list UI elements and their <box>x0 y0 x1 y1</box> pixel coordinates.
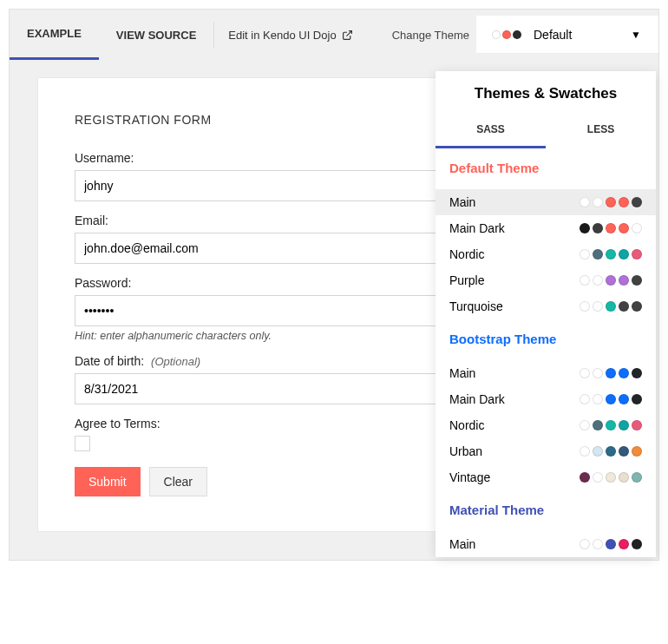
swatch-dot <box>619 394 629 404</box>
theme-row[interactable]: Urban <box>436 438 656 464</box>
theme-row-label: Main Dark <box>449 221 505 235</box>
theme-row-swatches <box>580 539 642 549</box>
swatch-dot <box>606 420 616 430</box>
theme-dropdown-label: Default <box>534 28 631 42</box>
swatch-dot <box>580 223 590 233</box>
swatch-dot <box>580 368 590 378</box>
swatch-dot <box>593 223 603 233</box>
swatch-dot <box>606 472 616 483</box>
swatch-dot <box>632 223 642 233</box>
theme-row-swatches <box>580 394 642 404</box>
popup-tab-less[interactable]: LESS <box>546 113 656 148</box>
theme-row-label: Nordic <box>449 418 484 432</box>
tab-view-source[interactable]: VIEW SOURCE <box>99 10 213 60</box>
theme-row-label: Main <box>449 537 475 551</box>
chevron-down-icon: ▼ <box>631 29 641 41</box>
swatch-dot <box>632 368 642 378</box>
swatch-dot <box>619 446 629 457</box>
theme-row[interactable]: Turquoise <box>436 293 656 319</box>
theme-row[interactable]: Nordic <box>436 412 656 438</box>
theme-row-swatches <box>580 446 642 457</box>
tab-example[interactable]: EXAMPLE <box>10 10 99 60</box>
popup-tab-sass[interactable]: SASS <box>436 113 546 148</box>
swatch-dot <box>580 197 590 207</box>
theme-group-title: Material Theme <box>449 503 642 517</box>
theme-row-swatches <box>580 472 642 483</box>
swatch-dot <box>606 301 616 312</box>
swatch-dot <box>619 368 629 378</box>
theme-row-swatches <box>580 197 642 207</box>
swatch-dot <box>619 472 629 483</box>
theme-dropdown-swatches <box>492 30 521 39</box>
theme-row-swatches <box>580 249 642 260</box>
theme-row[interactable]: Main Dark <box>436 386 656 412</box>
swatch-dot <box>593 249 603 260</box>
theme-row-swatches <box>580 301 642 312</box>
swatch-dot <box>593 446 603 457</box>
swatch-dot <box>619 249 629 260</box>
agree-checkbox[interactable] <box>75 436 90 451</box>
popup-scroll[interactable]: Default ThemeMainMain DarkNordicPurpleTu… <box>436 148 656 557</box>
theme-row-swatches <box>580 420 642 430</box>
swatch-dot <box>593 420 603 430</box>
swatch-dot <box>606 197 616 207</box>
swatch-dot <box>593 275 603 286</box>
clear-button[interactable]: Clear <box>149 467 207 496</box>
swatch-dot <box>580 472 590 483</box>
swatch-dot <box>593 301 603 312</box>
swatch-dot <box>606 539 616 549</box>
theme-group-title: Default Theme <box>449 161 642 175</box>
theme-row[interactable]: Main <box>436 531 656 557</box>
swatch-dot <box>580 394 590 404</box>
swatch-dot <box>580 539 590 549</box>
swatch-dot <box>632 249 642 260</box>
swatch-dot <box>632 301 642 312</box>
theme-row[interactable]: Main Dark <box>436 215 656 241</box>
popup-title: Themes & Swatches <box>436 71 656 113</box>
swatch-dot <box>632 539 642 549</box>
swatch-dot <box>606 275 616 286</box>
swatch-dot <box>619 539 629 549</box>
theme-row[interactable]: Purple <box>436 267 656 293</box>
theme-group-title: Bootstrap Theme <box>449 332 642 346</box>
theme-row-swatches <box>580 223 642 233</box>
swatch-dot <box>606 249 616 260</box>
theme-row[interactable]: Nordic <box>436 241 656 267</box>
swatch-dot <box>593 197 603 207</box>
theme-row-label: Urban <box>449 444 482 458</box>
theme-row[interactable]: Vintage <box>436 464 656 490</box>
theme-row[interactable]: Main <box>436 360 656 386</box>
swatch-dot <box>593 539 603 549</box>
edit-in-dojo-link[interactable]: Edit in Kendo UI Dojo <box>213 22 366 48</box>
swatch-dot <box>619 301 629 312</box>
theme-row-label: Nordic <box>449 247 484 261</box>
swatch-dot <box>593 368 603 378</box>
swatch-dot <box>606 446 616 457</box>
submit-button[interactable]: Submit <box>75 467 141 496</box>
swatch-dot <box>606 368 616 378</box>
swatch-dot <box>580 275 590 286</box>
theme-row-label: Main <box>449 195 475 209</box>
swatch-dot <box>632 394 642 404</box>
theme-row[interactable]: Main <box>436 189 656 215</box>
top-bar: EXAMPLE VIEW SOURCE Edit in Kendo UI Doj… <box>10 10 658 60</box>
swatch-dot <box>632 420 642 430</box>
edit-in-dojo-label: Edit in Kendo UI Dojo <box>228 29 336 42</box>
swatch-dot <box>593 472 603 483</box>
swatch-dot <box>606 394 616 404</box>
theme-row-label: Main <box>449 366 475 380</box>
theme-row-swatches <box>580 275 642 286</box>
swatch-dot <box>606 223 616 233</box>
swatch-dot <box>632 446 642 457</box>
swatch-dot <box>502 30 511 39</box>
theme-row-label: Vintage <box>449 470 490 484</box>
theme-dropdown[interactable]: Default ▼ <box>476 16 658 54</box>
swatch-dot <box>580 420 590 430</box>
theme-row-label: Purple <box>449 273 484 287</box>
theme-row-label: Turquoise <box>449 299 503 313</box>
swatch-dot <box>619 223 629 233</box>
theme-row-swatches <box>580 368 642 378</box>
swatch-dot <box>619 275 629 286</box>
swatch-dot <box>492 30 501 39</box>
swatch-dot <box>632 472 642 483</box>
